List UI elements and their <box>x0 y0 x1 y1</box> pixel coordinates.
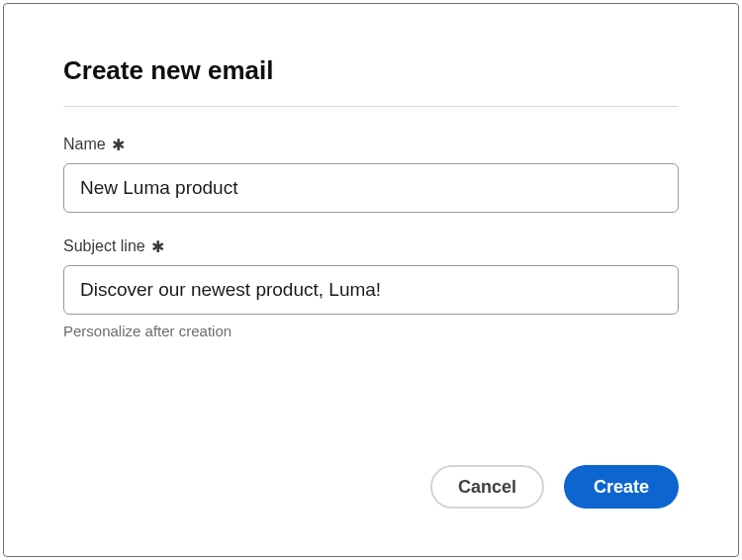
subject-field-group: Subject line ✱ Personalize after creatio… <box>63 236 679 339</box>
dialog-title: Create new email <box>63 55 679 86</box>
subject-label: Subject line <box>63 237 145 255</box>
name-input[interactable] <box>63 163 679 213</box>
subject-label-row: Subject line ✱ <box>63 236 679 255</box>
divider <box>63 106 679 107</box>
required-icon: ✱ <box>112 136 125 154</box>
create-button[interactable]: Create <box>564 465 679 509</box>
dialog-footer: Cancel Create <box>63 465 679 509</box>
name-field-group: Name ✱ <box>63 135 679 213</box>
create-email-dialog: Create new email Name ✱ Subject line ✱ P… <box>3 3 739 557</box>
subject-helper-text: Personalize after creation <box>63 323 679 339</box>
subject-input[interactable] <box>63 265 679 315</box>
cancel-button[interactable]: Cancel <box>430 465 544 509</box>
name-label: Name <box>63 136 106 153</box>
name-label-row: Name ✱ <box>63 135 679 153</box>
required-icon: ✱ <box>151 237 164 256</box>
